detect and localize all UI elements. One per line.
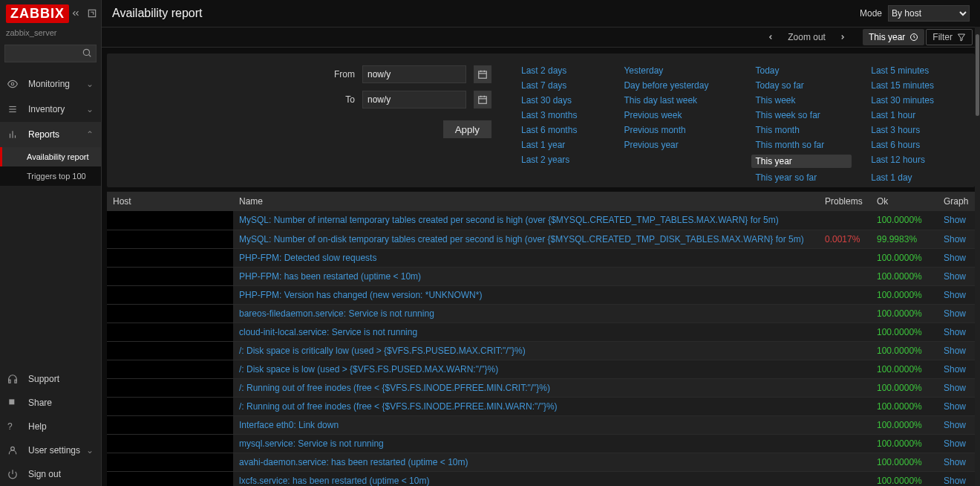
trigger-name-link[interactable]: MySQL: Number of on-disk temporary table…: [239, 234, 804, 244]
show-graph-link[interactable]: Show: [944, 346, 966, 356]
submenu-availability-report[interactable]: Availability report: [0, 147, 101, 166]
apply-button[interactable]: Apply: [443, 120, 491, 138]
sidebar-item-reports[interactable]: Reports ⌃: [0, 122, 101, 147]
col-problems[interactable]: Problems: [819, 192, 871, 211]
to-calendar-button[interactable]: [474, 91, 491, 108]
cell-problems: [819, 304, 871, 323]
time-preset[interactable]: Previous month: [624, 125, 736, 135]
from-input[interactable]: [362, 65, 466, 83]
sidebar-item-monitoring[interactable]: Monitoring ⌄: [0, 71, 101, 97]
show-graph-link[interactable]: Show: [944, 290, 966, 300]
time-preset[interactable]: Last 1 day: [871, 172, 961, 183]
time-preset[interactable]: This day last week: [624, 95, 736, 106]
time-preset[interactable]: Last 30 days: [521, 95, 604, 106]
show-graph-link[interactable]: Show: [944, 215, 966, 225]
time-preset[interactable]: Last 6 hours: [871, 140, 961, 150]
trigger-name-link[interactable]: cloud-init-local.service: Service is not…: [239, 327, 417, 337]
time-preset[interactable]: Yesterday: [624, 65, 736, 76]
time-preset[interactable]: Last 1 year: [521, 140, 604, 150]
col-name[interactable]: Name: [233, 192, 819, 211]
show-graph-link[interactable]: Show: [944, 438, 966, 449]
time-preset[interactable]: Last 6 months: [521, 125, 604, 135]
trigger-name-link[interactable]: /: Running out of free inodes (free < {$…: [239, 383, 550, 393]
show-graph-link[interactable]: Show: [944, 457, 966, 467]
trigger-name-link[interactable]: bareos-filedaemon.service: Service is no…: [239, 308, 434, 319]
time-preset[interactable]: Today so far: [756, 80, 852, 91]
sidebar-collapse-icon[interactable]: [69, 7, 82, 20]
show-graph-link[interactable]: Show: [944, 401, 966, 412]
sidebar-item-signout[interactable]: Sign out: [0, 462, 101, 486]
show-graph-link[interactable]: Show: [944, 327, 966, 337]
time-preset[interactable]: Last 5 minutes: [871, 65, 961, 76]
sidebar-item-share[interactable]: Share: [0, 391, 101, 415]
time-preset[interactable]: This week so far: [756, 110, 852, 120]
time-preset[interactable]: This year so far: [756, 172, 852, 183]
sidebar-item-label: Monitoring: [28, 79, 70, 89]
trigger-name-link[interactable]: /: Disk space is critically low (used > …: [239, 346, 526, 356]
sidebar-item-label: Share: [28, 398, 52, 408]
time-preset[interactable]: This week: [756, 95, 852, 106]
trigger-name-link[interactable]: Interface eth0: Link down: [239, 420, 339, 430]
cell-name: bareos-filedaemon.service: Service is no…: [233, 304, 819, 323]
show-graph-link[interactable]: Show: [944, 253, 966, 263]
time-preset[interactable]: This month: [756, 125, 852, 135]
time-preset[interactable]: Last 3 months: [521, 110, 604, 120]
cell-host: [107, 267, 233, 285]
cell-problems: [819, 248, 871, 267]
show-graph-link[interactable]: Show: [944, 383, 966, 393]
sidebar-item-user-settings[interactable]: User settings ⌄: [0, 438, 101, 462]
time-preset[interactable]: Last 2 days: [521, 65, 604, 76]
sidebar-item-support[interactable]: Support: [0, 367, 101, 391]
from-calendar-button[interactable]: [474, 65, 491, 83]
col-ok[interactable]: Ok: [871, 192, 938, 211]
time-preset[interactable]: Today: [756, 65, 852, 76]
time-preset[interactable]: Day before yesterday: [624, 80, 736, 91]
trigger-name-link[interactable]: /: Disk space is low (used > {$VFS.FS.PU…: [239, 364, 498, 375]
time-preset[interactable]: Last 7 days: [521, 80, 604, 91]
scrollbar-thumb[interactable]: [976, 34, 979, 116]
trigger-name-link[interactable]: PHP-FPM: Version has changed (new versio…: [239, 290, 482, 300]
time-preset[interactable]: Last 15 minutes: [871, 80, 961, 91]
page-scrollbar[interactable]: [975, 27, 980, 486]
table-header-row: Host Name Problems Ok Graph: [107, 192, 975, 211]
time-prev-button[interactable]: [761, 29, 780, 45]
brand-logo[interactable]: ZABBIX: [6, 4, 69, 23]
trigger-name-link[interactable]: PHP-FPM: has been restarted (uptime < 10…: [239, 271, 421, 282]
cell-host: [107, 230, 233, 248]
trigger-name-link[interactable]: /: Running out of free inodes (free < {$…: [239, 401, 558, 412]
trigger-name-link[interactable]: MySQL: Number of internal temporary tabl…: [239, 215, 779, 225]
time-range-tab[interactable]: This year: [863, 29, 924, 45]
col-host[interactable]: Host: [107, 192, 233, 211]
sidebar-popout-icon[interactable]: [85, 7, 99, 20]
show-graph-link[interactable]: Show: [944, 308, 966, 319]
show-graph-link[interactable]: Show: [944, 420, 966, 430]
mode-select[interactable]: By host: [888, 5, 970, 22]
submenu-triggers-top[interactable]: Triggers top 100: [0, 166, 101, 186]
time-preset[interactable]: Last 1 hour: [871, 110, 961, 120]
to-input[interactable]: [362, 91, 466, 108]
cell-graph: Show: [938, 211, 975, 230]
sidebar-item-inventory[interactable]: Inventory ⌄: [0, 97, 101, 122]
time-preset[interactable]: Last 30 minutes: [871, 95, 961, 106]
time-preset[interactable]: Previous year: [624, 140, 736, 150]
time-preset[interactable]: Last 12 hours: [871, 155, 961, 168]
show-graph-link[interactable]: Show: [944, 364, 966, 375]
show-graph-link[interactable]: Show: [944, 476, 966, 486]
search-icon[interactable]: [82, 48, 92, 60]
trigger-name-link[interactable]: avahi-daemon.service: has been restarted…: [239, 457, 468, 467]
trigger-name-link[interactable]: lxcfs.service: has been restarted (uptim…: [239, 476, 429, 486]
time-preset[interactable]: Previous week: [624, 110, 736, 120]
filter-tab[interactable]: Filter: [926, 29, 973, 45]
time-preset[interactable]: This year: [751, 155, 852, 168]
time-preset[interactable]: This month so far: [756, 140, 852, 150]
col-graph[interactable]: Graph: [938, 192, 975, 211]
zoom-out-button[interactable]: Zoom out: [782, 29, 832, 45]
time-next-button[interactable]: [833, 29, 852, 45]
time-preset[interactable]: Last 3 hours: [871, 125, 961, 135]
show-graph-link[interactable]: Show: [944, 271, 966, 282]
show-graph-link[interactable]: Show: [944, 234, 966, 244]
trigger-name-link[interactable]: mysql.service: Service is not running: [239, 438, 384, 449]
sidebar-item-help[interactable]: ? Help: [0, 415, 101, 438]
time-preset[interactable]: Last 2 years: [521, 155, 604, 168]
trigger-name-link[interactable]: PHP-FPM: Detected slow requests: [239, 253, 376, 263]
